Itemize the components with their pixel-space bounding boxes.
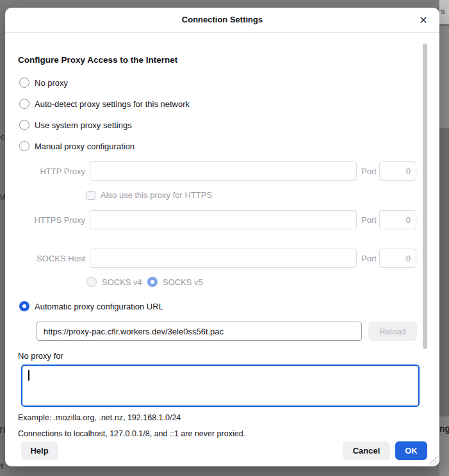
radio-system-proxy[interactable]: Use system proxy settings bbox=[19, 120, 132, 130]
radio-label: Manual proxy configuration bbox=[35, 142, 135, 151]
http-proxy-input[interactable] bbox=[90, 161, 357, 181]
no-proxy-for-label: No proxy for bbox=[18, 351, 63, 361]
background-text-fragment: s bbox=[441, 6, 445, 16]
cancel-button[interactable]: Cancel bbox=[343, 441, 390, 460]
background-band bbox=[439, 128, 449, 416]
background-text-fragment: M bbox=[0, 192, 5, 202]
checkbox-label: Also use this proxy for HTTPS bbox=[101, 190, 212, 200]
radio-label: SOCKS v4 bbox=[102, 277, 142, 287]
dialog-header: Connection Settings ✕ bbox=[5, 8, 439, 33]
ok-button[interactable]: OK bbox=[395, 441, 427, 460]
screen: ec M Th rt s ng Connection Settings ✕ Co… bbox=[0, 0, 449, 476]
background-right-strip: s ng bbox=[439, 0, 449, 476]
https-proxy-input[interactable] bbox=[90, 210, 357, 229]
page-title: Configure Proxy Access to the Internet bbox=[18, 55, 177, 65]
connection-settings-dialog: Connection Settings ✕ Configure Proxy Ac… bbox=[5, 8, 439, 466]
background-text-fragment: rt bbox=[0, 461, 3, 471]
radio-icon[interactable] bbox=[19, 78, 29, 88]
text-caret bbox=[28, 370, 29, 381]
help-button[interactable]: Help bbox=[21, 441, 58, 460]
https-port-label: Port bbox=[361, 215, 377, 225]
background-text-fragment: Th bbox=[0, 425, 5, 435]
checkbox-icon[interactable] bbox=[86, 191, 95, 200]
dialog-title: Connection Settings bbox=[5, 8, 439, 32]
radio-icon[interactable] bbox=[147, 277, 158, 287]
socks-host-input[interactable] bbox=[90, 249, 357, 268]
https-port-input[interactable] bbox=[379, 210, 416, 229]
close-icon[interactable]: ✕ bbox=[416, 13, 430, 28]
autoproxy-url-input[interactable] bbox=[37, 322, 362, 341]
radio-no-proxy[interactable]: No proxy bbox=[19, 78, 68, 88]
background-band: ng bbox=[439, 416, 449, 476]
radio-label: Automatic proxy configuration URL bbox=[35, 302, 163, 311]
socks-port-label: Port bbox=[361, 254, 377, 263]
radio-automatic-proxy-url[interactable]: Automatic proxy configuration URL bbox=[19, 301, 163, 311]
background-button-fragment: s bbox=[439, 0, 449, 26]
no-proxy-for-textarea[interactable] bbox=[21, 365, 420, 407]
radio-icon[interactable] bbox=[19, 141, 29, 151]
radio-icon[interactable] bbox=[19, 301, 29, 311]
resize-grip-icon[interactable] bbox=[428, 455, 437, 464]
http-proxy-label: HTTP Proxy bbox=[18, 167, 85, 176]
radio-label: Auto-detect proxy settings for this netw… bbox=[35, 99, 190, 109]
http-port-label: Port bbox=[361, 167, 377, 176]
radio-label: Use system proxy settings bbox=[35, 120, 132, 130]
background-left-strip: ec M Th rt bbox=[0, 0, 5, 476]
http-port-input[interactable] bbox=[379, 161, 416, 181]
scrollbar-thumb[interactable] bbox=[423, 44, 427, 349]
checkbox-https-same-proxy[interactable]: Also use this proxy for HTTPS bbox=[86, 190, 212, 200]
radio-socks-v5[interactable]: SOCKS v5 bbox=[147, 277, 203, 287]
background-text-fragment: ng bbox=[439, 423, 449, 434]
radio-icon[interactable] bbox=[19, 99, 29, 109]
reload-button[interactable]: Reload bbox=[368, 322, 417, 341]
socks-port-input[interactable] bbox=[379, 249, 416, 268]
radio-auto-detect[interactable]: Auto-detect proxy settings for this netw… bbox=[19, 99, 190, 109]
radio-icon[interactable] bbox=[19, 120, 29, 130]
no-proxy-note-text: Connections to localhost, 127.0.0.1/8, a… bbox=[18, 429, 245, 438]
no-proxy-example-text: Example: .mozilla.org, .net.nz, 192.168.… bbox=[18, 413, 181, 422]
radio-label: SOCKS v5 bbox=[163, 277, 203, 287]
radio-manual-proxy[interactable]: Manual proxy configuration bbox=[19, 141, 135, 151]
socks-host-label: SOCKS Host bbox=[18, 254, 85, 263]
radio-socks-v4[interactable]: SOCKS v4 bbox=[86, 277, 142, 287]
background-band bbox=[439, 26, 449, 128]
background-text-fragment: ec bbox=[0, 132, 5, 142]
radio-icon[interactable] bbox=[86, 277, 97, 287]
https-proxy-label: HTTPS Proxy bbox=[18, 215, 85, 225]
radio-label: No proxy bbox=[35, 78, 68, 88]
